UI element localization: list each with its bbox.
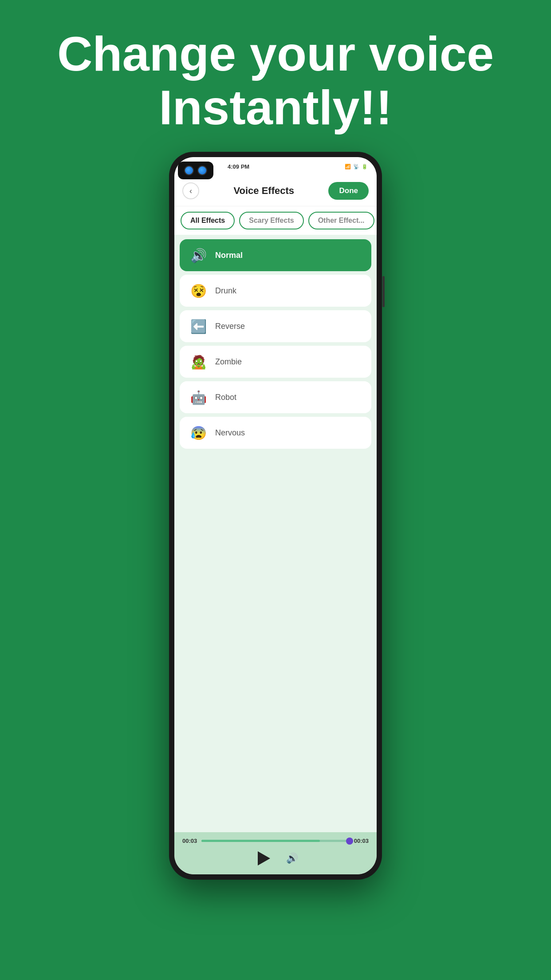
effect-icon-reverse: ⬅️ [189, 316, 208, 336]
controls-row: 🔊 [182, 849, 369, 868]
battery-icon: 🔋 [362, 164, 368, 170]
effect-icon-zombie: 🧟 [189, 352, 208, 371]
effect-icon-drunk: 😵 [189, 281, 208, 300]
signal-icon: 📶 [345, 164, 351, 170]
effects-list: 🔊 Normal 😵 Drunk ⬅️ Reverse 🧟 Zombie [174, 235, 377, 832]
effect-item-normal[interactable]: 🔊 Normal [180, 239, 371, 271]
tab-other-effects-label: Other Effect... [318, 217, 365, 224]
tab-scary-effects-label: Scary Effects [249, 217, 294, 224]
headline-line1: Change your voice [57, 26, 494, 81]
play-icon [258, 851, 270, 865]
status-icons: 📶 📡 🔋 [345, 164, 368, 170]
phone-outer: 4:09 PM 📶 📡 🔋 ‹ Voice Effects Done All E… [169, 152, 382, 880]
tab-all-effects[interactable]: All Effects [181, 212, 235, 229]
effect-item-drunk[interactable]: 😵 Drunk [180, 275, 371, 307]
volume-button[interactable]: 🔊 [286, 853, 298, 864]
effect-label-robot: Robot [215, 393, 236, 402]
volume-side-button [382, 276, 385, 307]
effect-item-reverse[interactable]: ⬅️ Reverse [180, 310, 371, 342]
tab-all-effects-label: All Effects [190, 217, 225, 224]
headline: Change your voice Instantly!! [22, 0, 529, 152]
progress-track[interactable] [201, 840, 350, 842]
app-header: ‹ Voice Effects Done [174, 176, 377, 206]
camera-bump [178, 162, 213, 179]
audio-player: 00:03 00:03 🔊 [174, 832, 377, 874]
effect-item-zombie[interactable]: 🧟 Zombie [180, 346, 371, 378]
effect-label-drunk: Drunk [215, 286, 236, 296]
phone-screen: 4:09 PM 📶 📡 🔋 ‹ Voice Effects Done All E… [174, 157, 377, 874]
camera-lens-2 [197, 166, 207, 175]
done-button[interactable]: Done [328, 182, 369, 200]
tab-other-effects[interactable]: Other Effect... [308, 212, 374, 229]
effect-icon-robot: 🤖 [189, 387, 208, 407]
effect-item-robot[interactable]: 🤖 Robot [180, 381, 371, 413]
wifi-icon: 📡 [353, 164, 359, 170]
effect-label-zombie: Zombie [215, 357, 242, 367]
progress-row: 00:03 00:03 [182, 838, 369, 844]
phone-mockup: 4:09 PM 📶 📡 🔋 ‹ Voice Effects Done All E… [169, 152, 382, 884]
filter-tabs: All Effects Scary Effects Other Effect..… [174, 206, 377, 235]
effect-label-nervous: Nervous [215, 428, 245, 438]
camera-lens-1 [184, 166, 194, 175]
header-title: Voice Effects [233, 185, 294, 197]
effect-item-nervous[interactable]: 😰 Nervous [180, 417, 371, 449]
effect-label-normal: Normal [215, 251, 243, 260]
tab-scary-effects[interactable]: Scary Effects [239, 212, 303, 229]
headline-line2: Instantly!! [159, 80, 392, 134]
play-button[interactable] [253, 849, 273, 868]
progress-thumb[interactable] [346, 838, 353, 845]
back-icon: ‹ [189, 186, 192, 196]
effect-icon-normal: 🔊 [189, 245, 208, 265]
back-button[interactable]: ‹ [182, 182, 199, 199]
progress-fill [201, 840, 320, 842]
effect-label-reverse: Reverse [215, 322, 245, 331]
effect-icon-nervous: 😰 [189, 423, 208, 443]
total-time: 00:03 [354, 838, 369, 844]
current-time: 00:03 [182, 838, 197, 844]
